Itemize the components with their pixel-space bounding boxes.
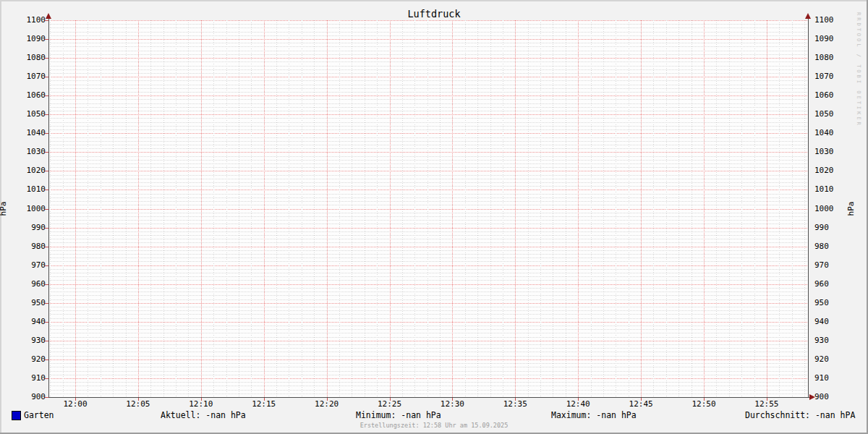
gridline-minor-h xyxy=(48,156,808,157)
gridline-minor-h xyxy=(48,344,808,345)
x-tick-label: 12:25 xyxy=(368,400,412,409)
y-tick-label-right: 980 xyxy=(814,242,843,251)
gridline-minor-h xyxy=(48,145,808,145)
y-tick-label-right: 930 xyxy=(814,336,843,345)
gridline-major-h xyxy=(48,228,808,229)
gridline-minor-h xyxy=(48,201,808,202)
gridline-major-h xyxy=(48,341,808,341)
gridline-minor-v xyxy=(50,20,51,397)
stat-maximum: Maximum: -nan hPa xyxy=(551,410,637,420)
y-tick-label-right: 1030 xyxy=(814,148,843,156)
y-axis-tick xyxy=(45,397,48,398)
gridline-minor-h xyxy=(48,363,808,364)
gridline-minor-v xyxy=(339,20,340,397)
x-tick-label: 12:30 xyxy=(430,400,474,409)
gridline-minor-h xyxy=(48,235,808,236)
gridline-major-v xyxy=(75,20,76,397)
gridline-minor-v xyxy=(692,20,692,397)
x-axis-tick xyxy=(264,398,265,401)
gridline-minor-h xyxy=(48,107,808,108)
gridline-minor-h xyxy=(48,194,808,195)
gridline-minor-h xyxy=(48,61,808,62)
x-axis-tick xyxy=(390,398,391,401)
gridline-minor-h xyxy=(48,179,808,179)
y-tick-label-right: 1000 xyxy=(814,205,843,213)
gridline-minor-h xyxy=(48,337,808,338)
y-tick-label-right: 1010 xyxy=(814,185,843,194)
gridline-minor-h xyxy=(48,103,808,104)
legend-series-label: Garten xyxy=(24,410,54,420)
gridline-major-v xyxy=(327,20,328,397)
gridline-minor-v xyxy=(477,20,478,397)
gridline-minor-v xyxy=(741,20,742,397)
gridline-major-v xyxy=(452,20,453,397)
y-tick-label-left: 940 xyxy=(20,318,46,326)
gridline-minor-h xyxy=(48,99,808,100)
gridline-minor-h xyxy=(48,318,808,319)
y-axis-arrow-left-icon xyxy=(46,13,51,19)
gridline-minor-h xyxy=(48,231,808,232)
y-axis-tick xyxy=(45,209,48,210)
y-tick-label-left: 1080 xyxy=(20,54,46,62)
gridline-minor-h xyxy=(48,66,808,67)
y-tick-label-left: 910 xyxy=(20,374,46,383)
gridline-minor-h xyxy=(48,273,808,273)
y-axis-tick xyxy=(45,359,48,360)
gridline-minor-h xyxy=(48,261,808,262)
gridline-minor-h xyxy=(48,382,808,383)
y-axis-tick xyxy=(45,247,48,247)
gridline-minor-v xyxy=(503,20,503,397)
gridline-minor-h xyxy=(48,216,808,217)
y-tick-label-left: 1000 xyxy=(20,205,46,213)
gridline-minor-h xyxy=(48,239,808,239)
gridline-minor-h xyxy=(48,356,808,357)
gridline-minor-v xyxy=(804,20,805,397)
x-tick-label: 12:50 xyxy=(682,400,726,409)
gridline-minor-h xyxy=(48,129,808,130)
gridline-minor-v xyxy=(365,20,365,397)
y-axis-tick xyxy=(45,77,48,77)
gridline-minor-v xyxy=(414,20,415,397)
y-axis-tick xyxy=(45,378,48,379)
gridline-minor-v xyxy=(352,20,352,397)
gridline-major-v xyxy=(138,20,139,397)
y-axis-tick xyxy=(45,190,48,190)
y-tick-label-left: 960 xyxy=(20,280,46,289)
gridline-minor-h xyxy=(48,175,808,176)
gridline-minor-h xyxy=(48,118,808,119)
y-tick-label-left: 1040 xyxy=(20,129,46,137)
gridline-minor-h xyxy=(48,43,808,43)
x-tick-label: 12:45 xyxy=(619,400,663,409)
y-axis-arrow-right-icon xyxy=(805,13,811,19)
gridline-major-v xyxy=(641,20,642,397)
gridline-minor-h xyxy=(48,54,808,55)
x-tick-label: 12:40 xyxy=(556,400,600,409)
rrdtool-watermark: RRDTOOL / TOBI OETIKER xyxy=(856,12,861,135)
gridline-minor-v xyxy=(528,20,529,397)
gridline-minor-h xyxy=(48,280,808,281)
x-axis-tick xyxy=(641,398,642,401)
gridline-major-h xyxy=(48,171,808,171)
gridline-minor-v xyxy=(490,20,491,397)
gridline-minor-h xyxy=(48,197,808,198)
gridline-major-h xyxy=(48,39,808,40)
gridline-minor-v xyxy=(792,20,793,397)
x-tick-label: 12:15 xyxy=(242,400,286,409)
x-tick-label: 12:00 xyxy=(54,400,97,409)
gridline-major-v xyxy=(767,20,767,397)
y-tick-label-left: 980 xyxy=(20,242,46,251)
y-tick-label-left: 1090 xyxy=(20,35,46,43)
y-tick-label-right: 960 xyxy=(814,280,843,289)
gridline-minor-h xyxy=(48,182,808,183)
gridline-minor-h xyxy=(48,352,808,352)
gridline-minor-v xyxy=(251,20,252,397)
y-axis-line-left xyxy=(48,15,49,398)
gridline-minor-h xyxy=(48,224,808,224)
y-tick-label-left: 920 xyxy=(20,355,46,364)
gridline-minor-h xyxy=(48,111,808,111)
gridline-minor-h xyxy=(48,141,808,142)
gridline-minor-h xyxy=(48,371,808,372)
gridline-minor-v xyxy=(113,20,114,397)
y-axis-tick xyxy=(45,133,48,134)
y-tick-label-right: 1090 xyxy=(814,35,843,43)
